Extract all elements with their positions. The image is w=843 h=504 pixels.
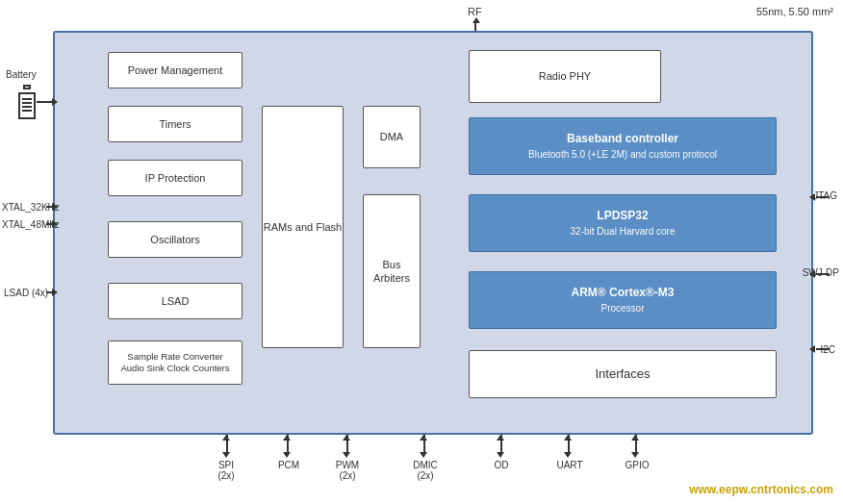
swjdp-arrow (809, 270, 815, 278)
rams-flash-block: RAMs and Flash (262, 106, 344, 348)
od-arrow (497, 452, 504, 458)
uart-arrow (564, 452, 572, 458)
lpdsp32-block: LPDSP32 32-bit Dual Harvard core (469, 194, 777, 252)
chip-box: Power Management Timers IP Protection Os… (53, 31, 813, 435)
swjdp-hline (816, 273, 830, 275)
lpdsp32-main: LPDSP32 (597, 209, 648, 224)
od-label: OD (491, 460, 512, 470)
lpdsp32-sub: 32-bit Dual Harvard core (571, 225, 676, 238)
bus-arbiters-label: Bus Arbiters (364, 258, 420, 286)
battery-label: Battery (6, 69, 37, 80)
pcm-arrow-up (283, 435, 291, 441)
lsad-label: LSAD (4x) (4, 288, 48, 298)
jtag-arrow (809, 193, 815, 201)
ip-protection-block: IP Protection (108, 160, 243, 196)
dmic-arrow-up (420, 435, 427, 441)
radio-phy-block: Radio PHY (469, 50, 661, 103)
dmic-label: DMIC(2x) (410, 460, 441, 481)
uart-arrow-up (564, 435, 572, 441)
jtag-hline (816, 196, 830, 198)
arm-block: ARM® Cortex®-M3 Processor (469, 271, 777, 329)
xtal48-arrow (52, 220, 58, 228)
spec-label: 55nm, 5.50 mm² (756, 6, 833, 17)
uart-label: UART (556, 460, 583, 470)
xtal32-label: XTAL_32KHz (2, 202, 60, 213)
od-arrow-up (497, 435, 504, 441)
watermark: www.eepw.cntrtonics.com (689, 483, 833, 496)
interfaces-block: Interfaces (469, 350, 777, 398)
pwm-label: PWM(2x) (332, 460, 363, 481)
timers-block: Timers (108, 106, 243, 142)
rams-flash-label: RAMs and Flash (264, 220, 342, 234)
gpio-label: GPIO (624, 460, 651, 470)
power-management-block: Power Management (108, 52, 243, 88)
gpio-arrow-up (631, 435, 639, 441)
baseband-main: Baseband controller (567, 132, 678, 147)
i2c-label: I2C (820, 344, 835, 355)
xtal48-label: XTAL_48Mhz (2, 219, 60, 230)
sample-rate-block (108, 340, 243, 385)
spi-arrow-up (222, 435, 230, 441)
pwm-arrow-up (343, 435, 350, 441)
spi-label: SPI(2x) (212, 460, 241, 481)
i2c-hline (816, 348, 830, 350)
baseband-block: Baseband controller Bluetooth 5.0 (+LE 2… (469, 117, 777, 175)
xtal32-arrow (52, 203, 58, 211)
lsad-block: LSAD (108, 283, 243, 319)
pwm-arrow (343, 452, 350, 458)
bus-arbiters-block: Bus Arbiters (363, 194, 421, 348)
spi-arrow (222, 452, 230, 458)
battery-arrow (52, 98, 58, 106)
dma-block: DMA (363, 106, 421, 168)
baseband-sub: Bluetooth 5.0 (+LE 2M) and custom protoc… (528, 148, 717, 161)
gpio-arrow (631, 452, 639, 458)
battery-symbol (17, 85, 37, 119)
i2c-arrow (809, 345, 815, 353)
page-container: RF 55nm, 5.50 mm² Power Management Timer… (0, 0, 843, 504)
oscillators-block: Oscillators (108, 221, 243, 258)
rf-label: RF (468, 6, 482, 17)
lsad-arrow (52, 289, 58, 296)
dmic-arrow (420, 452, 427, 458)
arm-sub: Processor (600, 302, 644, 315)
pcm-arrow (283, 452, 291, 458)
pcm-label: PCM (274, 460, 303, 470)
arm-main: ARM® Cortex®-M3 (571, 286, 674, 301)
